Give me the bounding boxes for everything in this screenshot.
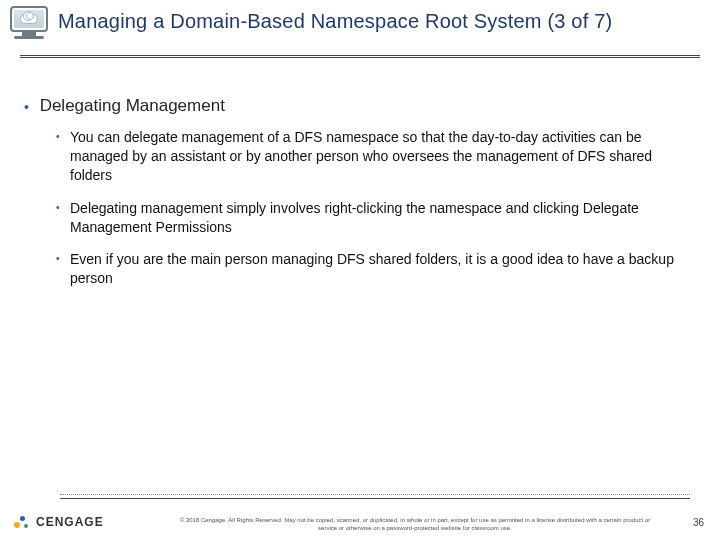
bullet-mark-icon: • bbox=[56, 252, 60, 266]
bullet-mark-icon: • bbox=[24, 99, 29, 115]
bullet-text: Even if you are the main person managing… bbox=[70, 251, 674, 286]
brand-text: CENGAGE bbox=[36, 515, 104, 529]
page-number: 36 bbox=[693, 517, 704, 528]
brand-logo: CENGAGE bbox=[14, 514, 104, 530]
list-item: • Even if you are the main person managi… bbox=[56, 250, 690, 288]
bullet-mark-icon: • bbox=[56, 201, 60, 215]
footer-divider bbox=[60, 498, 690, 499]
bullet-text: You can delegate management of a DFS nam… bbox=[70, 129, 652, 183]
slide-footer: CENGAGE © 2018 Cengage. All Rights Reser… bbox=[0, 494, 720, 540]
list-item: • You can delegate management of a DFS n… bbox=[56, 128, 690, 185]
bullet-text: Delegating management simply involves ri… bbox=[70, 200, 639, 235]
list-item: • Delegating management simply involves … bbox=[56, 199, 690, 237]
footer-divider bbox=[60, 494, 690, 495]
slide-body: • Delegating Management • You can delega… bbox=[0, 56, 720, 288]
brand-mark-icon bbox=[14, 514, 30, 530]
bullet-mark-icon: • bbox=[56, 130, 60, 144]
page-title: Managing a Domain-Based Namespace Root S… bbox=[58, 10, 700, 33]
title-divider bbox=[20, 55, 700, 56]
copyright-text: © 2018 Cengage. All Rights Reserved. May… bbox=[170, 517, 660, 532]
section-heading-text: Delegating Management bbox=[40, 96, 225, 115]
section-heading: • Delegating Management bbox=[24, 96, 690, 116]
cloud-monitor-icon bbox=[8, 4, 52, 44]
